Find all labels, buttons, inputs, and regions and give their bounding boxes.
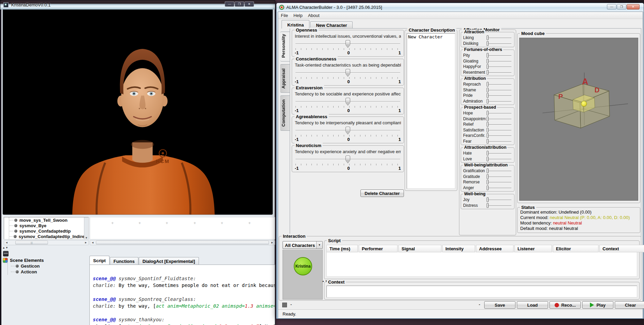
- slider-thumb[interactable]: [487, 99, 489, 104]
- minimize-button[interactable]: —: [607, 4, 616, 10]
- slider-thumb[interactable]: [487, 180, 489, 184]
- emotion-slider-admiration[interactable]: [486, 98, 512, 104]
- emotion-slider-love[interactable]: [486, 156, 512, 162]
- slider-thumb[interactable]: [487, 133, 489, 138]
- slider-thumb[interactable]: [487, 157, 489, 161]
- save-button[interactable]: Save: [484, 301, 515, 309]
- list-item[interactable]: sysmov_Confadaptedtip: [5, 228, 88, 234]
- emotion-slider-distress[interactable]: [486, 203, 512, 208]
- reco-button[interactable]: Reco...: [549, 301, 581, 309]
- slider-thumb[interactable]: [345, 98, 350, 105]
- character-canvas[interactable]: Kristina: [283, 250, 323, 300]
- emotion-slider-happyfor[interactable]: [486, 64, 512, 69]
- alma-titlebar[interactable]: ALMA CharacterBuilder - 3.0 - [3497 25.0…: [276, 3, 644, 12]
- slider-thumb[interactable]: [487, 53, 489, 58]
- editor-tab-dialogact-experimental[interactable]: DialogAct [Experimental]: [139, 257, 199, 265]
- emotion-slider-disappointm[interactable]: [486, 116, 512, 122]
- emotion-slider-disliking[interactable]: [486, 41, 512, 46]
- column-header-signal[interactable]: Signal: [399, 245, 441, 252]
- emotion-slider-fear[interactable]: [486, 139, 512, 144]
- slider-thumb[interactable]: [487, 82, 489, 87]
- column-header-addressee[interactable]: Addressee: [476, 245, 513, 252]
- emotion-slider-pity[interactable]: [486, 53, 512, 58]
- characters-dropdown[interactable]: All Characters ▼: [283, 241, 323, 249]
- emotion-slider-reproach[interactable]: [486, 82, 512, 87]
- chevron-down-icon[interactable]: ▼: [316, 241, 322, 249]
- kristina-titlebar[interactable]: KristinaDemoV0.0.1 —❐✕: [0, 0, 275, 10]
- scroll-down-icon[interactable]: ▼: [84, 236, 88, 239]
- description-entry[interactable]: New Character: [407, 34, 455, 40]
- slider-thumb[interactable]: [345, 127, 350, 134]
- emotion-slider-hope[interactable]: [486, 110, 512, 116]
- column-header-elicitor[interactable]: Elicitor: [553, 245, 598, 252]
- slider-thumb[interactable]: [345, 69, 350, 76]
- trait-slider-agreeableness[interactable]: [295, 126, 401, 135]
- close-button[interactable]: ✕: [244, 1, 254, 7]
- slider-thumb[interactable]: [487, 93, 489, 98]
- trait-slider-openness[interactable]: [295, 39, 401, 48]
- emotion-slider-anger[interactable]: [486, 185, 512, 191]
- splitter-handle[interactable]: ▲▼: [2, 246, 9, 249]
- maximize-button[interactable]: ❐: [617, 4, 626, 10]
- maximize-button[interactable]: ❐: [235, 1, 244, 7]
- avatar-3d-viewport[interactable]: HCM: [2, 10, 273, 215]
- mood-cube-3d-view[interactable]: A P D: [519, 38, 638, 201]
- slider-thumb[interactable]: [487, 174, 489, 179]
- slider-thumb[interactable]: [487, 151, 489, 156]
- emotion-slider-gratitude[interactable]: [486, 174, 512, 179]
- tree-item[interactable]: Gesticon: [6, 263, 88, 269]
- slider-thumb[interactable]: [345, 156, 350, 163]
- emotion-slider-remorse[interactable]: [486, 179, 512, 185]
- list-item[interactable]: move_sys_Tell_Swoon: [5, 217, 88, 223]
- editor-tab-functions[interactable]: Functions: [110, 257, 138, 265]
- slider-thumb[interactable]: [487, 59, 489, 64]
- side-tab-computation[interactable]: Computation: [280, 95, 290, 131]
- trait-slider-extraversion[interactable]: [295, 97, 401, 106]
- emotion-slider-satisfaction[interactable]: [486, 127, 512, 133]
- slider-thumb[interactable]: [487, 35, 489, 40]
- script-code[interactable]: scene_@@ sysmov_Spontinf_Fluidtaste:char…: [90, 265, 275, 325]
- script-table-body[interactable]: [326, 252, 637, 277]
- scroll-left-icon[interactable]: ◄: [4, 240, 9, 245]
- list-item[interactable]: sysmov_Confadaptedtip_Indirect: [5, 234, 88, 239]
- menu-item-file[interactable]: File: [278, 12, 291, 19]
- slider-thumb[interactable]: [487, 197, 489, 202]
- character-node-kristina[interactable]: Kristina: [294, 257, 312, 275]
- behavior-list-hscrollbar[interactable]: ◄ ||| ►: [4, 240, 89, 245]
- emotion-slider-joy[interactable]: [486, 197, 512, 202]
- column-header-intensity[interactable]: Intensity: [442, 245, 475, 252]
- slider-thumb[interactable]: [487, 185, 489, 190]
- collapse-button[interactable]: —: [3, 251, 9, 256]
- emotion-slider-gratification[interactable]: [486, 168, 512, 174]
- script-editor[interactable]: scene_@@ sysmov_Spontinf_Fluidtaste:char…: [89, 265, 275, 325]
- column-header-time-ms[interactable]: Time (ms): [326, 245, 358, 252]
- emotion-slider-gloating[interactable]: [486, 58, 512, 64]
- slider-thumb[interactable]: [345, 40, 350, 48]
- trait-slider-conscientiousness[interactable]: [295, 68, 401, 77]
- slider-thumb[interactable]: [487, 116, 489, 121]
- trait-slider-neuroticism[interactable]: [295, 155, 401, 164]
- emotion-slider-relief[interactable]: [486, 122, 512, 127]
- slider-thumb[interactable]: [487, 70, 489, 75]
- clear-button[interactable]: Clear: [615, 301, 644, 309]
- slider-thumb[interactable]: [487, 64, 489, 69]
- load-button[interactable]: Load: [517, 301, 548, 309]
- slider-thumb[interactable]: [487, 111, 489, 115]
- list-item[interactable]: sysmov_Confadaptedtip_Indirect: [5, 239, 88, 239]
- slider-thumb[interactable]: [487, 122, 489, 127]
- character-description-list[interactable]: New Character: [407, 33, 455, 189]
- slider-thumb[interactable]: [487, 41, 489, 46]
- column-header-context[interactable]: Context: [599, 245, 644, 252]
- timeline-panel[interactable]: + + + + + +: [90, 217, 275, 239]
- emotion-slider-hate[interactable]: [486, 150, 512, 156]
- minimize-button[interactable]: —: [225, 1, 234, 7]
- side-tab-appraisal[interactable]: Appraisal: [280, 64, 290, 93]
- column-header-performer[interactable]: Performer: [359, 245, 397, 252]
- slider-thumb[interactable]: [487, 128, 489, 132]
- timeline-hscrollbar[interactable]: ◄ ►: [90, 240, 275, 245]
- slider-thumb[interactable]: [487, 88, 489, 92]
- scrollbar-grip[interactable]: [96, 241, 269, 245]
- context-input[interactable]: [326, 286, 637, 297]
- list-item[interactable]: sysmov_Bye: [5, 223, 88, 228]
- slider-thumb[interactable]: [487, 203, 489, 208]
